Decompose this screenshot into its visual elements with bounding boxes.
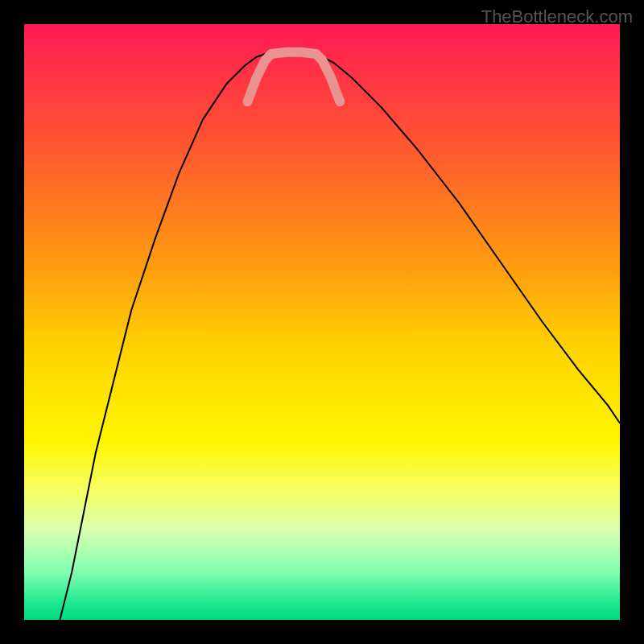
series-highlight-bottom: [271, 52, 316, 54]
chart-plot-area: [24, 24, 620, 620]
watermark-text: TheBottleneck.com: [481, 6, 633, 27]
series-left-curve: [60, 54, 265, 620]
series-right-curve: [316, 54, 620, 423]
chart-curves: [24, 24, 620, 620]
series-highlight-right: [316, 54, 341, 101]
